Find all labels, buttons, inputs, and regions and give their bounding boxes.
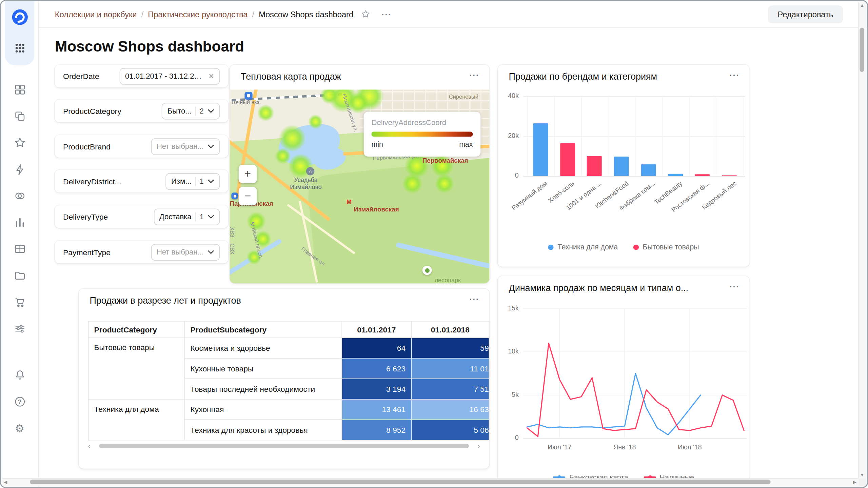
- axis-tick-label: 40k: [498, 92, 519, 100]
- metro-station-label: Измайловская: [354, 206, 399, 212]
- selected-count-badge: 1: [200, 177, 204, 185]
- table-cell-subcategory: Косметика и здоровье: [184, 338, 341, 358]
- legend-label: Техника для дома: [558, 243, 618, 251]
- breadcrumb-guides[interactable]: Практические руководства: [148, 10, 248, 19]
- filter-orderdate: OrderDate 01.01.2017 - 31.12.2017 ✕: [55, 65, 228, 87]
- widget-menu-icon[interactable]: ···: [469, 294, 479, 304]
- help-icon[interactable]: ?: [1, 388, 38, 415]
- filter-paymenttype: PaymentType Нет выбран...: [55, 241, 228, 263]
- axis-tick-label: Июл '17: [540, 443, 579, 451]
- sidebar-item-connections[interactable]: [1, 183, 38, 209]
- apps-grid-icon[interactable]: [14, 42, 26, 54]
- legend-item[interactable]: Техника для дома: [548, 243, 618, 251]
- table-scroll-thumb[interactable]: [99, 444, 469, 448]
- grid-line: [743, 96, 744, 176]
- bar: [533, 123, 548, 176]
- heatmap-legend: DeliveryAddressCoord min max: [364, 112, 480, 157]
- heat-spot: [279, 125, 305, 151]
- bar: [587, 156, 602, 176]
- chevron-down-icon: [208, 215, 214, 218]
- table-cell-value-2017: 13 461: [342, 399, 412, 420]
- vertical-scroll-thumb[interactable]: [860, 28, 864, 72]
- clear-icon[interactable]: ✕: [209, 72, 214, 80]
- legend-item[interactable]: Бытовые товары: [633, 243, 699, 251]
- heat-spot: [308, 115, 322, 129]
- scroll-left-icon[interactable]: ‹: [88, 442, 95, 449]
- bar: [668, 174, 683, 176]
- breadcrumb: Коллекции и воркбуки / Практические руко…: [55, 10, 354, 19]
- map-canvas[interactable]: точный вкз. Сиреневый Никитинская ул. Пе…: [230, 89, 490, 283]
- chevron-down-icon: [208, 179, 214, 183]
- map-label: ХВЗ: [230, 227, 235, 237]
- select-value: Доставка: [159, 212, 192, 221]
- help-question-glyph: ?: [18, 399, 21, 405]
- bar: [560, 143, 575, 176]
- deliverydistrict-select[interactable]: Изм... 1: [166, 173, 220, 189]
- table-column-header: 01.01.2018: [411, 321, 489, 338]
- legend-gradient: [372, 132, 473, 137]
- table-cell-subcategory: Кухонные товары: [184, 358, 341, 379]
- favorite-star-icon[interactable]: [361, 9, 371, 19]
- table-row: Бытовые товарыКосметика и здоровье6459: [88, 338, 489, 358]
- axis-tick-label: 0: [498, 434, 519, 442]
- map-label: Сиреневый: [449, 94, 478, 100]
- datalens-logo-icon[interactable]: [11, 8, 29, 27]
- page-more-menu-icon[interactable]: ···: [381, 9, 391, 19]
- table-cell-value-2017: 6 623: [342, 358, 412, 379]
- zoom-in-button[interactable]: +: [239, 165, 257, 183]
- productbrand-select[interactable]: Нет выбран...: [151, 138, 220, 155]
- sidebar-item-files[interactable]: [1, 262, 38, 289]
- axis-category-label: 1001 и одна ...: [550, 180, 603, 223]
- breadcrumb-current: Moscow Shops dashboard: [259, 10, 353, 19]
- window-vertical-scrollbar[interactable]: ▲ ▼: [858, 2, 866, 479]
- widget-menu-icon[interactable]: ···: [469, 70, 479, 80]
- legend-dot-icon: [548, 244, 554, 250]
- axis-category-label: Фабрика ком...: [604, 180, 656, 223]
- sidebar-item-marketplace[interactable]: [1, 289, 38, 315]
- filter-label: DeliveryDistrict...: [63, 177, 121, 186]
- scroll-arrow-up-icon[interactable]: ▲: [859, 3, 866, 8]
- orderdate-range-input[interactable]: 01.01.2017 - 31.12.2017 ✕: [120, 68, 220, 84]
- sidebar-item-charts[interactable]: [1, 209, 38, 236]
- productcategory-select[interactable]: Быто... 2: [162, 103, 220, 119]
- select-value: Быто...: [167, 107, 192, 115]
- legend-title: DeliveryAddressCoord: [372, 118, 473, 126]
- sidebar-item-datasets[interactable]: [1, 236, 38, 262]
- axis-tick-label: 5k: [498, 391, 519, 399]
- sidebar-item-navigation[interactable]: [1, 76, 38, 103]
- sidebar-item-favorites[interactable]: [1, 129, 38, 156]
- widget-title: Продажи в разрезе лет и продуктов: [90, 296, 241, 306]
- horizontal-scroll-thumb[interactable]: [30, 480, 770, 484]
- sidebar-item-services[interactable]: [1, 316, 38, 342]
- scroll-arrow-down-icon[interactable]: ▼: [859, 473, 866, 477]
- window-horizontal-scrollbar[interactable]: ◀ ▶: [2, 478, 859, 486]
- filter-productcategory: ProductCategory Быто... 2: [55, 100, 228, 122]
- heat-spot: [435, 174, 454, 193]
- table-cell-value-2017: 8 952: [342, 420, 412, 440]
- table-cell-subcategory: Техника для красоты и здоровья: [184, 420, 341, 440]
- metro-icon: [231, 192, 238, 199]
- axis-category-label: Хлеб-соль: [524, 180, 576, 223]
- paymenttype-select[interactable]: Нет выбран...: [151, 244, 220, 260]
- notifications-bell-icon[interactable]: [1, 362, 38, 388]
- deliverytype-select[interactable]: Доставка 1: [154, 208, 220, 225]
- selected-count-badge: 2: [200, 107, 204, 115]
- scroll-arrow-right-icon[interactable]: ▶: [851, 480, 858, 484]
- gear-icon[interactable]: ⚙: [1, 415, 38, 441]
- sidebar-item-workbooks[interactable]: [1, 103, 38, 129]
- bar: [722, 175, 737, 176]
- axis-tick-label: Июл '18: [670, 443, 709, 451]
- heat-spot: [402, 174, 422, 194]
- sidebar-item-lightning[interactable]: [1, 156, 38, 182]
- divider: [195, 177, 196, 186]
- scroll-arrow-left-icon[interactable]: ◀: [2, 480, 9, 484]
- map-forest-area: [306, 156, 489, 283]
- grid-line: [662, 96, 663, 176]
- breadcrumb-collections[interactable]: Коллекции и воркбуки: [55, 10, 137, 19]
- scroll-right-icon[interactable]: ›: [473, 442, 480, 449]
- edit-button[interactable]: Редактировать: [768, 5, 843, 23]
- filter-label: PaymentType: [63, 248, 111, 257]
- bar: [695, 175, 710, 176]
- zoom-out-button[interactable]: −: [239, 187, 257, 205]
- grid-line: [635, 96, 636, 176]
